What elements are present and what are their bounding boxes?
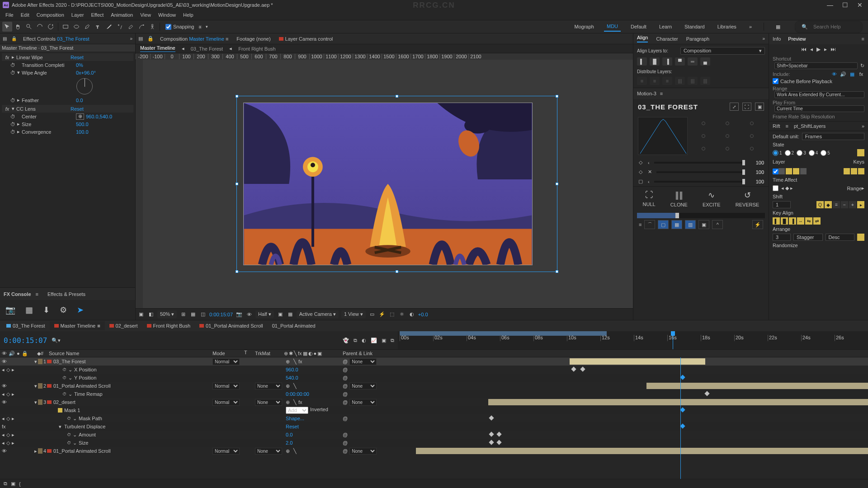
- flowchart-icon[interactable]: ⚛: [398, 311, 406, 318]
- fast-preview-icon[interactable]: ⚡: [378, 311, 386, 318]
- stopwatch-icon[interactable]: ⏱: [10, 98, 15, 103]
- dist-vcenter-icon[interactable]: ≡: [650, 77, 660, 85]
- workspace-mograph[interactable]: Mograph: [572, 22, 597, 31]
- type-tool-icon[interactable]: T: [93, 22, 103, 32]
- stopwatch-icon[interactable]: ⏱: [62, 367, 66, 372]
- effect-row[interactable]: fx ▾Turbulent Displace Reset: [0, 422, 868, 431]
- exposure-value[interactable]: +0.0: [418, 312, 428, 317]
- rift-keys-icons[interactable]: [844, 168, 864, 174]
- fx-toggle-icon[interactable]: fx: [5, 106, 10, 112]
- mode-dropdown[interactable]: Normal: [212, 358, 240, 365]
- tl-motionblur-icon[interactable]: ◐: [362, 338, 366, 343]
- col-t[interactable]: T: [244, 350, 255, 357]
- m3-key-shape-icon[interactable]: ◇: [638, 169, 643, 175]
- paragraph-tab[interactable]: Paragraph: [686, 36, 709, 42]
- col-trkmat[interactable]: TrkMat: [255, 350, 284, 357]
- panel-menu-icon[interactable]: ▤: [3, 36, 7, 41]
- crumb-forest[interactable]: 03_The Forest: [191, 46, 223, 52]
- rift-shift-diamond-icon[interactable]: ◆: [825, 201, 832, 208]
- prop-value[interactable]: 0x+96.0°: [76, 70, 96, 75]
- property-row[interactable]: ◂◇▸ ⏱⌄Mask Path Shape... @: [0, 414, 868, 422]
- mode-dropdown[interactable]: Normal: [212, 383, 240, 389]
- effect-name[interactable]: CC Lens: [16, 106, 71, 112]
- snapping-checkbox[interactable]: [165, 24, 171, 30]
- prop-value[interactable]: 960.0,540.0: [86, 114, 112, 119]
- m3-slider-value[interactable]: 100: [750, 179, 764, 184]
- orbit-tool-icon[interactable]: [35, 22, 45, 32]
- dist-hcenter-icon[interactable]: |||: [688, 77, 698, 85]
- mask-icon[interactable]: ◫: [199, 311, 207, 318]
- workspace-more-icon[interactable]: »: [746, 22, 755, 31]
- tl-draft3d-icon[interactable]: ▣: [382, 338, 386, 343]
- dist-left-icon[interactable]: |||: [675, 77, 685, 85]
- m3-menu-icon[interactable]: ≡: [639, 222, 642, 227]
- property-row[interactable]: ◂◇▸ ⏱⌄Time Remap 0:00:00:00 @: [0, 390, 868, 398]
- m3-slider[interactable]: [654, 162, 745, 164]
- cache-checkbox[interactable]: Cache Before Playback: [773, 78, 864, 84]
- menu-composition[interactable]: Composition: [33, 12, 68, 18]
- playhead[interactable]: [673, 331, 673, 349]
- pickwhip-icon[interactable]: @: [343, 383, 348, 389]
- prop-value[interactable]: 2.0: [286, 440, 292, 446]
- stopwatch-icon[interactable]: ⏱: [10, 62, 15, 68]
- mode-dropdown[interactable]: Normal: [212, 399, 240, 406]
- footage-tab[interactable]: Footage (none): [235, 34, 272, 43]
- rectangle-tool-icon[interactable]: [61, 22, 71, 32]
- tl-tab-portal-scroll[interactable]: 01_Portal Animated Scroll: [195, 321, 268, 330]
- prop-value[interactable]: 0.0: [286, 432, 292, 437]
- m3-shape-sq-icon[interactable]: ▢: [658, 220, 669, 229]
- pickwhip-icon[interactable]: @: [343, 359, 348, 364]
- tl-tab-desert[interactable]: 02_desert: [105, 321, 142, 330]
- align-tab[interactable]: Align: [637, 35, 648, 42]
- layer-name[interactable]: 02_desert: [53, 399, 75, 405]
- m3-shape-bolt-icon[interactable]: ⚡: [752, 220, 763, 229]
- timeline-ruler-area[interactable]: 00s02s04s06s08s10s12s14s16s18s20s22s24s2…: [398, 331, 868, 349]
- reset-link[interactable]: Reset: [71, 55, 84, 60]
- trkmat-dropdown[interactable]: None: [255, 383, 282, 389]
- m3-shape-bars-icon[interactable]: ▥: [685, 220, 696, 229]
- eraser-tool-icon[interactable]: [126, 22, 136, 32]
- show-snapshot-icon[interactable]: 👁: [245, 311, 253, 318]
- rift-shift-go-icon[interactable]: ▸: [857, 201, 864, 208]
- clone-tool-icon[interactable]: [115, 22, 125, 32]
- stopwatch-icon[interactable]: ⏱: [10, 114, 15, 119]
- property-row[interactable]: ◂◇▸ ⏱⌄X Position 960.0 @: [0, 366, 868, 374]
- align-top-icon[interactable]: ▀: [675, 57, 685, 66]
- stopwatch-icon[interactable]: ⏱: [10, 70, 15, 75]
- twirl-icon[interactable]: ▾: [34, 359, 37, 365]
- property-row[interactable]: ◂◇▸ ⏱⌄Amount 0.0 @: [0, 431, 868, 439]
- resolution-dropdown[interactable]: Half ▾: [255, 310, 274, 318]
- align-vcenter-icon[interactable]: ═: [688, 57, 698, 66]
- stopwatch-icon[interactable]: ⏱: [10, 122, 15, 127]
- toggle-inpoint-icon[interactable]: {: [19, 481, 21, 487]
- rift-layer-icons[interactable]: [778, 168, 807, 174]
- brush-tool-icon[interactable]: [104, 22, 114, 32]
- menu-view[interactable]: View: [137, 12, 155, 18]
- dist-bottom-icon[interactable]: ≡: [662, 77, 672, 85]
- col-mode[interactable]: Mode: [212, 350, 244, 357]
- snap-options-icon[interactable]: ⚹: [198, 24, 202, 30]
- layer-row[interactable]: 👁 ▾2 01_Portal Animated Scroll Normal No…: [0, 382, 868, 390]
- prop-value[interactable]: 960.0: [286, 367, 298, 372]
- roto-tool-icon[interactable]: [137, 22, 146, 32]
- grid-icon[interactable]: ▦: [189, 311, 197, 318]
- tl-frameblend-icon[interactable]: ⧉: [354, 338, 357, 343]
- trkmat-dropdown[interactable]: None: [255, 448, 282, 455]
- rift-arrange-value[interactable]: 3: [773, 234, 791, 241]
- prop-value[interactable]: 0.0: [76, 98, 83, 103]
- include-fx-icon[interactable]: fx: [858, 71, 864, 77]
- m3-slider-value[interactable]: 100: [750, 160, 764, 165]
- prop-value[interactable]: 0%: [76, 62, 83, 68]
- toggle-modes-icon[interactable]: ▣: [11, 481, 15, 487]
- workspace-standard[interactable]: Standard: [682, 22, 708, 31]
- twirl-icon[interactable]: ▸: [10, 54, 16, 60]
- stopwatch-icon[interactable]: ⏱: [62, 375, 66, 380]
- shiftlayers-tab[interactable]: pt_ShiftLayers: [794, 123, 826, 129]
- m3-shape-9-icon[interactable]: ▦: [671, 220, 682, 229]
- layer-name[interactable]: 01_Portal Animated Scroll: [53, 448, 111, 454]
- character-tab[interactable]: Character: [656, 36, 678, 42]
- m3-excite-button[interactable]: ∿EXCITE: [703, 190, 721, 207]
- trkmat-dropdown[interactable]: None: [255, 399, 282, 406]
- m3-reverse-button[interactable]: ↺REVERSE: [736, 190, 760, 207]
- menu-edit[interactable]: Edit: [17, 12, 33, 18]
